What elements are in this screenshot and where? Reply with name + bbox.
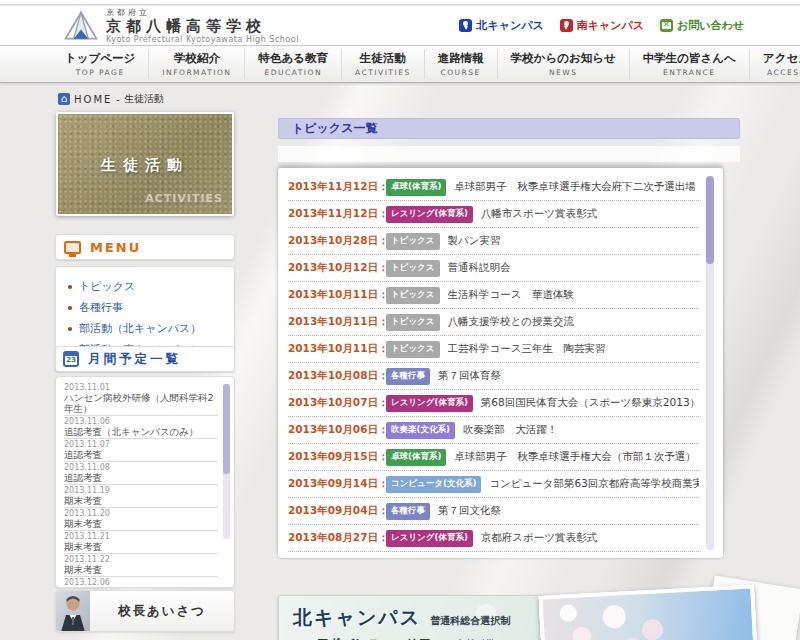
header-link-label: お問い合わせ xyxy=(677,18,744,33)
topic-row[interactable]: 2013年10月11日： トピックス 工芸科学コース三年生 陶芸実習 xyxy=(288,336,699,363)
schedule-event: 追認考査（北キャンパスのみ） xyxy=(64,426,218,437)
principal-greeting-banner[interactable]: 校長あいさつ xyxy=(55,590,235,632)
topic-title: 吹奏楽部 大活躍！ xyxy=(463,423,558,437)
schedule-item[interactable]: 2013.11.07 追認考査 xyxy=(64,439,218,462)
topic-row[interactable]: 2013年10月07日： レスリング(体育系) 第68回国民体育大会（スポーツ祭… xyxy=(288,390,699,417)
breadcrumb-separator: - xyxy=(116,94,120,105)
schedule-item[interactable]: 2013.11.22 期末考査 xyxy=(64,554,218,577)
header-link-label: 北キャンパス xyxy=(476,18,543,33)
nav-item[interactable]: トップページ TOP PAGE xyxy=(52,49,148,79)
topic-row[interactable]: 2013年09月15日： 卓球(体育系) 卓球部男子 秋季卓球選手権大会（市部１… xyxy=(288,444,699,471)
schedule-scrollbar-thumb[interactable] xyxy=(223,384,230,474)
nav-item-sublabel: ACCESS xyxy=(763,68,800,77)
breadcrumb: ⌂ HOME - 生徒活動 xyxy=(58,92,164,106)
schedule-event: 追認考査 xyxy=(64,449,218,460)
topic-row[interactable]: 2013年10月28日： トピックス 製パン実習 xyxy=(288,228,699,255)
schedule-header: 23 月間予定一覧 xyxy=(55,346,235,372)
header-link-icon xyxy=(660,19,673,32)
sidebar-menu-item[interactable]: 各種行事 xyxy=(68,297,226,318)
sidebar-menu-item[interactable]: 部活動（北キャンパス） xyxy=(68,318,226,339)
nav-item-sublabel: ENTRANCE xyxy=(643,68,736,77)
panel-gap xyxy=(278,146,740,162)
schedule-item[interactable]: 2013.12.06 xyxy=(64,577,218,588)
schedule-event: ハンセン病校外研修（人間科学科2年生） xyxy=(64,392,218,414)
topic-row[interactable]: 2013年10月06日： 吹奏楽(文化系) 吹奏楽部 大活躍！ xyxy=(288,417,699,444)
schedule-title: 月間予定一覧 xyxy=(88,351,181,368)
topic-row[interactable]: 2013年09月14日： コンピュータ(文化系) コンピュータ部第63回京都府高… xyxy=(288,471,699,498)
sidebar-menu-item[interactable]: トピックス xyxy=(68,276,226,297)
north-campus-title: 北キャンパス xyxy=(293,605,421,631)
header-campus-link[interactable]: 北キャンパス xyxy=(459,18,543,33)
topic-date: 2013年10月11日： xyxy=(288,288,386,302)
menu-header: MENU xyxy=(55,234,235,260)
schedule-item[interactable]: 2013.11.08 追認考査 xyxy=(64,462,218,485)
schedule-scrollbar-track[interactable] xyxy=(223,384,230,539)
topic-row[interactable]: 2013年11月12日： 卓球(体育系) 卓球部男子 秋季卓球選手権大会府下二次… xyxy=(288,174,699,201)
topic-row[interactable]: 2013年10月12日： トピックス 普通科説明会 xyxy=(288,255,699,282)
topic-date: 2013年10月07日： xyxy=(288,396,386,410)
nav-item[interactable]: 進路情報 COURSE xyxy=(424,49,497,79)
breadcrumb-current: 生徒活動 xyxy=(124,92,164,106)
nav-item-label: アクセス xyxy=(763,51,800,66)
nav-item[interactable]: 生徒活動 ACTIVITIES xyxy=(341,49,424,79)
topic-title: 第７回体育祭 xyxy=(438,369,501,383)
topic-category-badge: 卓球(体育系) xyxy=(386,449,446,466)
schedule-date: 2013.11.07 xyxy=(64,440,218,449)
nav-item-label: 進路情報 xyxy=(438,51,484,66)
calendar-icon: 23 xyxy=(63,351,79,367)
nav-item[interactable]: 学校からのお知らせ NEWS xyxy=(497,49,629,79)
nav-item[interactable]: 中学生の皆さんへ ENTRANCE xyxy=(629,49,749,79)
header-link-label: 南キャンパス xyxy=(577,18,644,33)
schedule-item[interactable]: 2013.11.20 期末考査 xyxy=(64,508,218,531)
menu-item-label: 各種行事 xyxy=(79,300,123,315)
schedule-item[interactable]: 2013.11.01 ハンセン病校外研修（人間科学科2年生） xyxy=(64,382,218,416)
header-campus-link[interactable]: お問い合わせ xyxy=(660,18,744,33)
topic-title: 工芸科学コース三年生 陶芸実習 xyxy=(448,342,606,356)
nav-item-label: 生徒活動 xyxy=(355,51,411,66)
nav-item-sublabel: ACTIVITIES xyxy=(355,68,411,77)
topics-scrollbar-thumb[interactable] xyxy=(706,176,714,264)
school-name: 京都八幡高等学校 xyxy=(106,18,299,35)
topic-category-badge: トピックス xyxy=(386,341,440,358)
topic-date: 2013年10月06日： xyxy=(288,423,386,437)
nav-item-label: 学校からのお知らせ xyxy=(511,51,616,66)
home-icon: ⌂ xyxy=(58,93,70,105)
schedule-event: 期末考査 xyxy=(64,518,218,529)
topic-row[interactable]: 2013年11月12日： レスリング(体育系) 八幡市スポーツ賞表彰式 xyxy=(288,201,699,228)
nav-item[interactable]: 特色ある教育 EDUCATION xyxy=(244,49,341,79)
topic-category-badge: トピックス xyxy=(386,233,440,250)
topic-row[interactable]: 2013年08月27日： レスリング(体育系) 京都府スポーツ賞表彰式 xyxy=(288,525,699,552)
topic-title: 生活科学コース 華道体験 xyxy=(448,288,575,302)
calendar-day: 23 xyxy=(65,356,77,365)
school-name-block: 京都府立 京都八幡高等学校 Kyoto Prefectural Kyotoyaw… xyxy=(106,7,299,44)
schedule-item[interactable]: 2013.11.21 期末考査 xyxy=(64,531,218,554)
topic-row[interactable]: 2013年10月08日： 各種行事 第７回体育祭 xyxy=(288,363,699,390)
nav-item-label: 学校紹介 xyxy=(162,51,231,66)
header-campus-link[interactable]: 南キャンパス xyxy=(560,18,644,33)
principal-photo xyxy=(56,590,90,632)
bullet-icon xyxy=(68,285,72,289)
topic-row[interactable]: 2013年10月11日： トピックス 八幡支援学校との授業交流 xyxy=(288,309,699,336)
breadcrumb-home-link[interactable]: HOME xyxy=(74,94,112,105)
topic-date: 2013年09月15日： xyxy=(288,450,386,464)
schedule-item[interactable]: 2013.11.06 追認考査（北キャンパスのみ） xyxy=(64,416,218,439)
topic-row[interactable]: 2013年10月11日： トピックス 生活科学コース 華道体験 xyxy=(288,282,699,309)
schedule-date: 2013.11.21 xyxy=(64,532,218,541)
topic-category-badge: 卓球(体育系) xyxy=(386,179,446,196)
cherry-blossom-photo xyxy=(538,584,757,640)
nav-item[interactable]: アクセス ACCESS xyxy=(749,49,800,79)
topics-scrollbar-track[interactable] xyxy=(706,176,714,550)
nav-item-label: 特色ある教育 xyxy=(258,51,328,66)
topic-title: 第68回国民体育大会（スポーツ祭東京2013）レス xyxy=(481,396,699,410)
topic-row[interactable]: 2013年09月04日： 各種行事 第７回文化祭 xyxy=(288,498,699,525)
schedule-event: 追認考査 xyxy=(64,472,218,483)
topic-category-badge: トピックス xyxy=(386,287,440,304)
nav-item-sublabel: NEWS xyxy=(511,68,616,77)
topic-title: 八幡支援学校との授業交流 xyxy=(448,315,575,329)
schedule-event: 期末考査 xyxy=(64,541,218,552)
school-logo-icon xyxy=(62,9,100,43)
nav-item[interactable]: 学校紹介 INFORMATION xyxy=(148,49,244,79)
schedule-item[interactable]: 2013.11.19 期末考査 xyxy=(64,485,218,508)
activities-banner-image: 生徒活動 ACTIVITIES xyxy=(56,112,234,216)
menu-title: MENU xyxy=(90,240,141,255)
